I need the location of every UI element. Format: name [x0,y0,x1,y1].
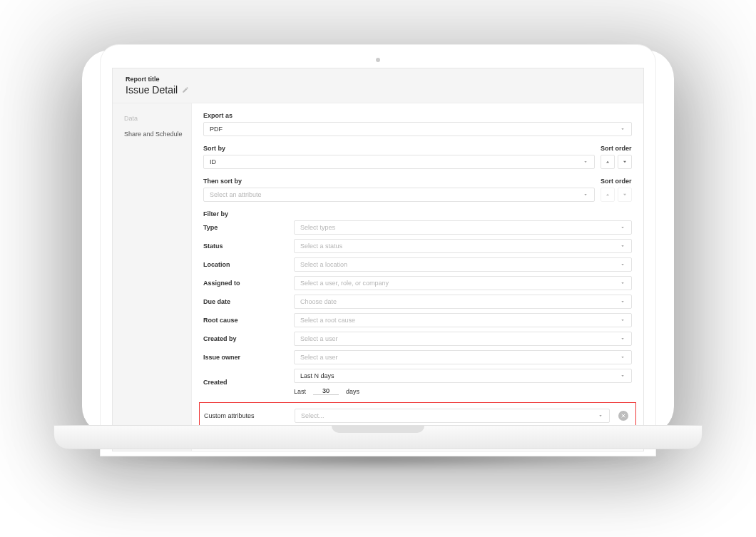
sort-ascending-button[interactable] [601,155,615,169]
chevron-down-icon [620,317,625,323]
lastn-input[interactable] [313,387,339,395]
then-sort-label: Then sort by [203,178,595,185]
chevron-down-icon [620,299,625,305]
filter-block: Filter by Type Select types Status Selec… [203,210,632,445]
chevron-down-icon [620,262,625,267]
chevron-down-icon [620,280,625,286]
filter-created-select[interactable]: Last N days [294,369,632,383]
sort-descending-button[interactable] [618,155,632,169]
filter-label: Filter by [203,210,632,218]
filter-status-label: Status [203,242,285,250]
export-select[interactable]: PDF [203,122,632,136]
sidebar-item-label: Share and Schedule [124,131,183,138]
chevron-down-icon [620,243,625,249]
filter-duedate-label: Due date [203,298,285,305]
filter-location-label: Location [203,261,285,268]
filter-grid: Type Select types Status Select a status… [203,220,632,395]
sort-block: Sort by ID Sort order [203,145,632,169]
report-title-label: Report title [126,76,630,83]
chevron-down-icon [620,126,625,132]
laptop-frame: Report title Issue Detail Data Share and… [100,44,656,456]
sort-label: Sort by [203,145,595,152]
report-header: Report title Issue Detail [113,68,643,103]
custom-attributes-select[interactable]: Select... [295,409,610,423]
camera-dot [376,58,380,62]
lastn-prefix: Last [294,388,306,395]
lastn-row: Last days [294,387,632,395]
chevron-down-icon [620,336,625,342]
triangle-down-icon [622,159,628,165]
form-panel: Export as PDF Sort by ID [191,103,643,451]
then-sort-order-group: Sort order [601,178,632,202]
close-icon [620,413,626,419]
filter-rootcause-label: Root cause [203,317,285,324]
sort-order-label: Sort order [601,145,632,152]
triangle-up-icon [605,159,611,165]
sort-order-group: Sort order [601,145,632,169]
filter-issueowner-select[interactable]: Select a user [294,350,632,364]
chevron-down-icon [620,354,625,360]
edit-title-icon[interactable] [182,86,189,93]
filter-location-select[interactable]: Select a location [294,257,632,272]
chevron-down-icon [583,192,588,198]
filter-created-value: Last N days [300,372,334,379]
sidebar-item-data[interactable]: Data [124,111,191,126]
triangle-up-icon [605,192,611,198]
filter-assigned-select[interactable]: Select a user, role, or company [294,276,632,290]
sidebar-item-label: Data [124,115,138,122]
sidebar: Data Share and Schedule [113,103,191,451]
filter-type-label: Type [203,224,285,231]
chevron-down-icon [620,225,625,230]
then-sort-order-label: Sort order [601,178,632,185]
custom-attributes-label: Custom attributes [204,412,286,419]
filter-type-select[interactable]: Select types [294,220,632,235]
then-sort-ascending-button[interactable] [601,188,615,202]
custom-attributes-clear-button[interactable] [618,411,628,421]
filter-created-label: Created [203,379,285,386]
lastn-suffix: days [346,388,359,395]
filter-createdby-label: Created by [203,335,285,342]
then-sort-block: Then sort by Select an attribute Sort or… [203,178,632,202]
chevron-down-icon [583,159,588,165]
sidebar-item-share-schedule[interactable]: Share and Schedule [124,126,191,142]
export-block: Export as PDF [203,112,632,136]
filter-duedate-select[interactable]: Choose date [294,295,632,309]
filter-assigned-label: Assigned to [203,280,285,287]
laptop-base [53,425,703,449]
sort-select[interactable]: ID [203,155,595,169]
then-sort-select[interactable]: Select an attribute [203,188,595,202]
triangle-down-icon [622,192,628,198]
export-value: PDF [210,126,223,133]
then-sort-placeholder: Select an attribute [210,191,262,198]
report-title: Issue Detail [126,84,178,96]
chevron-down-icon [620,373,625,379]
then-sort-descending-button[interactable] [618,188,632,202]
filter-status-select[interactable]: Select a status [294,239,632,253]
filter-createdby-select[interactable]: Select a user [294,332,632,346]
app-screen: Report title Issue Detail Data Share and… [112,68,644,451]
export-label: Export as [203,112,632,119]
chevron-down-icon [598,413,603,419]
filter-rootcause-select[interactable]: Select a root cause [294,313,632,327]
sort-value: ID [210,158,216,165]
filter-issueowner-label: Issue owner [203,354,285,361]
